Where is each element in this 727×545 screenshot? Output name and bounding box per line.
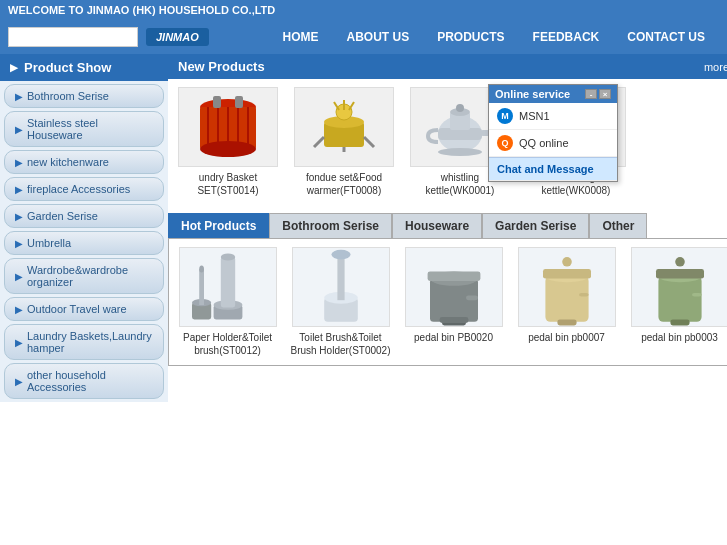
- product-label: fondue set&Food warmer(FT0008): [290, 171, 398, 197]
- svg-rect-35: [220, 257, 234, 307]
- content: New Products more undry Basket SET(ST001…: [168, 54, 727, 402]
- nav-feedback[interactable]: FEEDBACK: [519, 26, 614, 48]
- os-minimize-btn[interactable]: -: [585, 89, 597, 99]
- sidebar-item-label: fireplace Accessories: [27, 183, 130, 195]
- sidebar-item[interactable]: ▶Stainless steel Houseware: [4, 111, 164, 147]
- os-msn-label: MSN1: [519, 110, 550, 122]
- hot-products-tab-1[interactable]: Bothroom Serise: [269, 213, 392, 238]
- svg-rect-43: [337, 255, 344, 301]
- hp-product-label: pedal bin pb0007: [514, 331, 619, 344]
- hp-product-label: Paper Holder&Toilet brush(ST0012): [175, 331, 280, 357]
- sidebar-item-arrow: ▶: [15, 337, 23, 348]
- main-layout: ▶ Product Show ▶Bothroom Serise▶Stainles…: [0, 54, 727, 402]
- sidebar-item-label: Bothroom Serise: [27, 90, 109, 102]
- svg-point-40: [199, 265, 204, 272]
- sidebar-item-label: Stainless steel Houseware: [27, 117, 153, 141]
- sidebar-item-arrow: ▶: [15, 184, 23, 195]
- header: JINMAO HOME ABOUT US PRODUCTS FEEDBACK C…: [0, 20, 727, 54]
- os-title-text: Online service: [495, 88, 570, 100]
- svg-rect-47: [427, 271, 480, 281]
- sidebar-items: ▶Bothroom Serise▶Stainless steel Housewa…: [0, 84, 168, 399]
- sidebar-item[interactable]: ▶Outdoor Travel ware: [4, 297, 164, 321]
- hot-product-card[interactable]: pedal bin pb0007: [514, 247, 619, 357]
- svg-rect-59: [656, 269, 704, 279]
- sidebar-item-label: Outdoor Travel ware: [27, 303, 127, 315]
- sidebar-header-arrow: ▶: [10, 62, 18, 73]
- more-link[interactable]: more: [704, 61, 727, 73]
- os-chat-label: Chat and Message: [497, 163, 594, 175]
- svg-point-25: [456, 104, 464, 112]
- search-input[interactable]: [8, 27, 138, 47]
- hot-products-tab-2[interactable]: Houseware: [392, 213, 482, 238]
- svg-point-44: [331, 250, 350, 260]
- svg-rect-57: [658, 276, 701, 322]
- new-products-title: New Products: [178, 59, 265, 74]
- sidebar-item[interactable]: ▶Garden Serise: [4, 204, 164, 228]
- os-controls: - ×: [585, 89, 611, 99]
- nav-contact[interactable]: CONTACT US: [613, 26, 719, 48]
- hp-product-label: Toilet Brush&Toilet Brush Holder(ST0002): [288, 331, 393, 357]
- sidebar-item[interactable]: ▶Wardrobe&wardrobe organizer: [4, 258, 164, 294]
- svg-point-56: [562, 257, 572, 267]
- sidebar-item[interactable]: ▶Laundry Baskets,Laundry hamper: [4, 324, 164, 360]
- svg-rect-8: [213, 96, 221, 108]
- svg-rect-9: [235, 96, 243, 108]
- svg-point-36: [220, 253, 234, 260]
- new-products-header: New Products more: [168, 54, 727, 79]
- sidebar-item-arrow: ▶: [15, 271, 23, 282]
- sidebar-header: ▶ Product Show: [0, 54, 168, 81]
- sidebar-item-arrow: ▶: [15, 124, 23, 135]
- svg-rect-60: [670, 319, 689, 325]
- hot-products-tab-3[interactable]: Garden Serise: [482, 213, 589, 238]
- sidebar-item-arrow: ▶: [15, 238, 23, 249]
- sidebar-item-arrow: ▶: [15, 91, 23, 102]
- sidebar-item-label: Umbrella: [27, 237, 71, 249]
- hot-product-card[interactable]: Paper Holder&Toilet brush(ST0012): [175, 247, 280, 357]
- hp-product-image: [405, 247, 503, 327]
- msn-icon: M: [497, 108, 513, 124]
- os-chat-item[interactable]: Chat and Message: [489, 157, 617, 181]
- hp-product-image: [631, 247, 728, 327]
- sidebar-item[interactable]: ▶fireplace Accessories: [4, 177, 164, 201]
- hp-product-image: [518, 247, 616, 327]
- hot-products-tab-0[interactable]: Hot Products: [168, 213, 269, 238]
- new-product-card[interactable]: fondue set&Food warmer(FT0008): [290, 87, 398, 197]
- svg-rect-49: [439, 317, 468, 323]
- product-image: [294, 87, 394, 167]
- svg-point-62: [675, 257, 685, 267]
- nav-about[interactable]: ABOUT US: [333, 26, 424, 48]
- online-service-title: Online service - ×: [489, 85, 617, 103]
- hot-products-section: Hot ProductsBothroom SeriseHousewareGard…: [168, 213, 727, 366]
- sidebar-item-label: Garden Serise: [27, 210, 98, 222]
- sidebar-item-label: Wardrobe&wardrobe organizer: [27, 264, 153, 288]
- sidebar-item[interactable]: ▶Umbrella: [4, 231, 164, 255]
- hot-product-card[interactable]: Toilet Brush&Toilet Brush Holder(ST0002): [288, 247, 393, 357]
- sidebar-item[interactable]: ▶other household Accessories: [4, 363, 164, 399]
- sidebar-item-arrow: ▶: [15, 376, 23, 387]
- svg-rect-54: [557, 319, 576, 325]
- sidebar-item[interactable]: ▶new kitchenware: [4, 150, 164, 174]
- sidebar-header-label: Product Show: [24, 60, 111, 75]
- online-service-popup: Online service - × M MSN1 Q QQ online Ch…: [488, 84, 618, 182]
- svg-rect-50: [466, 295, 478, 300]
- os-qq-item[interactable]: Q QQ online: [489, 130, 617, 157]
- svg-line-13: [364, 137, 374, 147]
- hp-product-label: pedal bin pb0003: [627, 331, 727, 344]
- os-qq-label: QQ online: [519, 137, 569, 149]
- top-bar: WELCOME TO JINMAO (HK) HOUSEHOLD CO.,LTD: [0, 0, 727, 20]
- sidebar-item-label: other household Accessories: [27, 369, 153, 393]
- os-close-btn[interactable]: ×: [599, 89, 611, 99]
- sidebar: ▶ Product Show ▶Bothroom Serise▶Stainles…: [0, 54, 168, 402]
- os-msn-item[interactable]: M MSN1: [489, 103, 617, 130]
- hot-products-content: Paper Holder&Toilet brush(ST0012) Toilet…: [168, 238, 727, 366]
- sidebar-item[interactable]: ▶Bothroom Serise: [4, 84, 164, 108]
- hot-product-card[interactable]: pedal bin pb0003: [627, 247, 727, 357]
- hot-product-card[interactable]: pedal bin PB0020: [401, 247, 506, 357]
- nav-products[interactable]: PRODUCTS: [423, 26, 518, 48]
- hot-products-tab-4[interactable]: Other: [589, 213, 647, 238]
- svg-rect-51: [545, 276, 588, 322]
- hp-product-image: [179, 247, 277, 327]
- new-product-card[interactable]: undry Basket SET(ST0014): [174, 87, 282, 197]
- product-label: undry Basket SET(ST0014): [174, 171, 282, 197]
- nav-home[interactable]: HOME: [269, 26, 333, 48]
